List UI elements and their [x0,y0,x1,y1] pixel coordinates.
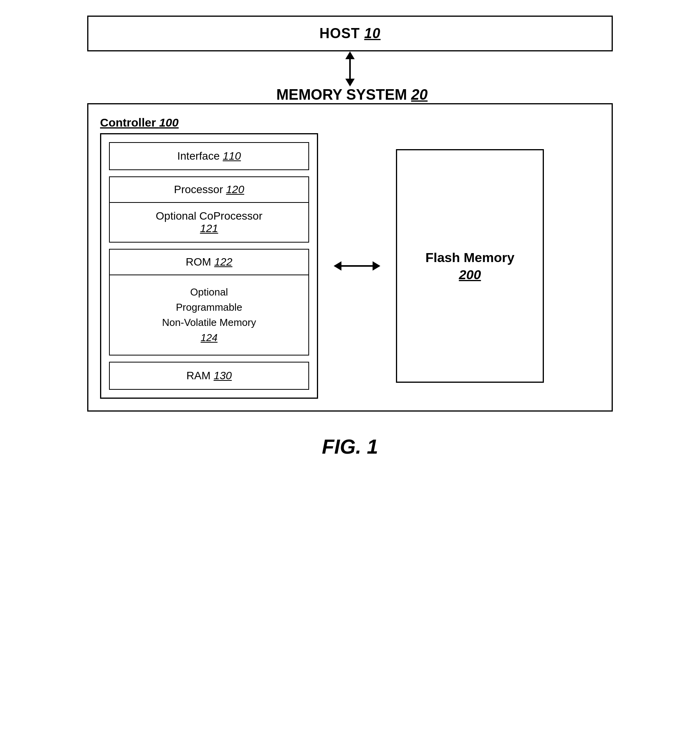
coprocessor-id: 121 [200,222,218,234]
controller-flash-arrow [334,261,380,271]
controller-box: Interface 110 Processor 120 Optional CoP… [100,133,318,399]
flash-memory-label: Flash Memory200 [426,249,515,283]
memory-system-wrapper: MEMORY SYSTEM 20 Controller 100 Interfac… [87,86,613,412]
host-box: HOST 10 [87,16,613,51]
ram-box: RAM 130 [109,362,309,390]
memory-system-label: MEMORY SYSTEM 20 [273,86,428,103]
processor-group: Processor 120 Optional CoProcessor121 [109,176,309,243]
coprocessor-label: Optional CoProcessor121 [110,203,308,242]
memory-system-inner: Interface 110 Processor 120 Optional CoP… [100,133,600,399]
nvmem-label: OptionalProgrammableNon-Volatile Memory1… [110,275,308,355]
flash-memory-box: Flash Memory200 [396,149,544,383]
nvmem-id: 124 [201,332,217,343]
diagram-container: HOST 10 MEMORY SYSTEM 20 Controller 100 … [23,16,677,458]
flash-memory-id: 200 [459,267,481,282]
arrow-h-shaft [341,265,373,267]
interface-box: Interface 110 [109,142,309,170]
figure-caption: FIG. 1 [322,435,378,458]
ram-id: 130 [214,370,232,382]
arrow-shaft [349,59,351,79]
processor-id: 120 [226,183,244,195]
interface-id: 110 [223,150,241,162]
arrow-h-double [334,261,380,271]
rom-group: ROM 122 OptionalProgrammableNon-Volatile… [109,249,309,356]
memory-system-box: Controller 100 Interface 110 Processor 1… [87,103,613,412]
controller-label: Controller 100 [100,116,600,129]
controller-id: 100 [159,116,179,129]
arrow-h-head-left [334,261,341,271]
arrow-h-head-right [373,261,380,271]
arrow-head-up [345,51,355,59]
processor-label: Processor 120 [110,177,308,203]
rom-label: ROM 122 [110,250,308,275]
host-label: HOST 10 [319,25,380,41]
rom-id: 122 [214,256,232,268]
arrow-head-down [345,79,355,86]
memory-system-id: 20 [411,86,427,103]
host-memory-arrow [345,51,355,86]
host-id: 10 [364,25,380,41]
